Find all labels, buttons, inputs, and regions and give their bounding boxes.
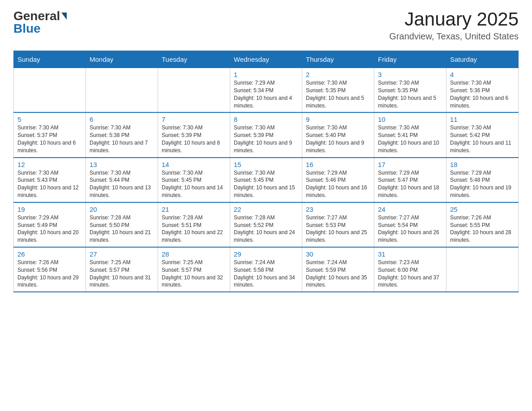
calendar-cell: 16Sunrise: 7:29 AM Sunset: 5:46 PM Dayli… bbox=[302, 158, 374, 202]
calendar-cell: 20Sunrise: 7:28 AM Sunset: 5:50 PM Dayli… bbox=[86, 202, 158, 247]
day-number: 29 bbox=[234, 250, 298, 258]
calendar-cell: 15Sunrise: 7:30 AM Sunset: 5:45 PM Dayli… bbox=[230, 158, 302, 202]
calendar-cell: 19Sunrise: 7:29 AM Sunset: 5:49 PM Dayli… bbox=[14, 202, 86, 247]
calendar-cell: 23Sunrise: 7:27 AM Sunset: 5:53 PM Dayli… bbox=[302, 202, 374, 247]
calendar-cell: 4Sunrise: 7:30 AM Sunset: 5:36 PM Daylig… bbox=[446, 68, 519, 113]
day-number: 30 bbox=[306, 250, 370, 258]
day-number: 22 bbox=[234, 206, 298, 213]
day-number: 26 bbox=[17, 250, 82, 258]
day-number: 13 bbox=[90, 161, 154, 168]
day-info: Sunrise: 7:30 AM Sunset: 5:42 PM Dayligh… bbox=[450, 124, 515, 154]
calendar-cell bbox=[446, 247, 519, 292]
calendar-cell: 10Sunrise: 7:30 AM Sunset: 5:41 PM Dayli… bbox=[374, 112, 446, 157]
day-number: 31 bbox=[378, 250, 442, 258]
day-info: Sunrise: 7:30 AM Sunset: 5:39 PM Dayligh… bbox=[162, 124, 226, 154]
calendar-week-row: 19Sunrise: 7:29 AM Sunset: 5:49 PM Dayli… bbox=[14, 202, 519, 247]
day-info: Sunrise: 7:29 AM Sunset: 5:46 PM Dayligh… bbox=[306, 169, 370, 199]
calendar-cell: 12Sunrise: 7:30 AM Sunset: 5:43 PM Dayli… bbox=[14, 158, 86, 202]
day-info: Sunrise: 7:24 AM Sunset: 5:58 PM Dayligh… bbox=[234, 259, 298, 289]
calendar-header-thursday: Thursday bbox=[302, 51, 374, 68]
day-info: Sunrise: 7:30 AM Sunset: 5:35 PM Dayligh… bbox=[378, 79, 442, 109]
calendar-header-sunday: Sunday bbox=[14, 51, 86, 68]
day-info: Sunrise: 7:26 AM Sunset: 5:55 PM Dayligh… bbox=[450, 214, 515, 244]
day-info: Sunrise: 7:27 AM Sunset: 5:53 PM Dayligh… bbox=[306, 214, 370, 244]
calendar-header-row: SundayMondayTuesdayWednesdayThursdayFrid… bbox=[14, 51, 519, 68]
calendar-cell: 17Sunrise: 7:29 AM Sunset: 5:47 PM Dayli… bbox=[374, 158, 446, 202]
location-text: Grandview, Texas, United States bbox=[389, 31, 519, 42]
calendar-cell: 5Sunrise: 7:30 AM Sunset: 5:37 PM Daylig… bbox=[14, 112, 86, 157]
calendar-cell: 29Sunrise: 7:24 AM Sunset: 5:58 PM Dayli… bbox=[230, 247, 302, 292]
day-number: 11 bbox=[450, 116, 515, 123]
calendar-week-row: 26Sunrise: 7:26 AM Sunset: 5:56 PM Dayli… bbox=[14, 247, 519, 292]
day-number: 15 bbox=[234, 161, 298, 168]
logo: General Blue bbox=[13, 9, 68, 36]
calendar-cell: 28Sunrise: 7:25 AM Sunset: 5:57 PM Dayli… bbox=[158, 247, 230, 292]
calendar-cell: 7Sunrise: 7:30 AM Sunset: 5:39 PM Daylig… bbox=[158, 112, 230, 157]
day-number: 28 bbox=[162, 250, 226, 258]
calendar-cell bbox=[158, 68, 230, 113]
month-title: January 2025 bbox=[389, 9, 519, 30]
day-number: 23 bbox=[306, 206, 370, 213]
calendar-cell: 6Sunrise: 7:30 AM Sunset: 5:38 PM Daylig… bbox=[86, 112, 158, 157]
day-number: 12 bbox=[17, 161, 82, 168]
day-info: Sunrise: 7:30 AM Sunset: 5:45 PM Dayligh… bbox=[234, 169, 298, 199]
day-info: Sunrise: 7:30 AM Sunset: 5:35 PM Dayligh… bbox=[306, 79, 370, 109]
calendar-cell: 3Sunrise: 7:30 AM Sunset: 5:35 PM Daylig… bbox=[374, 68, 446, 113]
day-info: Sunrise: 7:28 AM Sunset: 5:50 PM Dayligh… bbox=[90, 214, 154, 244]
calendar-cell: 9Sunrise: 7:30 AM Sunset: 5:40 PM Daylig… bbox=[302, 112, 374, 157]
calendar-cell: 14Sunrise: 7:30 AM Sunset: 5:45 PM Dayli… bbox=[158, 158, 230, 202]
logo-arrow-icon bbox=[61, 13, 67, 20]
calendar-cell: 13Sunrise: 7:30 AM Sunset: 5:44 PM Dayli… bbox=[86, 158, 158, 202]
day-number: 25 bbox=[450, 206, 515, 213]
calendar-cell: 31Sunrise: 7:23 AM Sunset: 6:00 PM Dayli… bbox=[374, 247, 446, 292]
day-number: 8 bbox=[234, 116, 298, 123]
day-info: Sunrise: 7:30 AM Sunset: 5:36 PM Dayligh… bbox=[450, 79, 515, 109]
day-info: Sunrise: 7:30 AM Sunset: 5:39 PM Dayligh… bbox=[234, 124, 298, 154]
day-info: Sunrise: 7:26 AM Sunset: 5:56 PM Dayligh… bbox=[17, 259, 82, 289]
page-header: General Blue January 2025 Grandview, Tex… bbox=[13, 9, 519, 42]
calendar-cell: 26Sunrise: 7:26 AM Sunset: 5:56 PM Dayli… bbox=[14, 247, 86, 292]
day-info: Sunrise: 7:29 AM Sunset: 5:49 PM Dayligh… bbox=[17, 214, 82, 244]
calendar-cell: 18Sunrise: 7:29 AM Sunset: 5:48 PM Dayli… bbox=[446, 158, 519, 202]
calendar-table: SundayMondayTuesdayWednesdayThursdayFrid… bbox=[13, 51, 519, 292]
day-info: Sunrise: 7:29 AM Sunset: 5:47 PM Dayligh… bbox=[378, 169, 442, 199]
day-number: 24 bbox=[378, 206, 442, 213]
day-info: Sunrise: 7:30 AM Sunset: 5:43 PM Dayligh… bbox=[17, 169, 82, 199]
calendar-header-saturday: Saturday bbox=[446, 51, 519, 68]
day-number: 20 bbox=[90, 206, 154, 213]
calendar-week-row: 12Sunrise: 7:30 AM Sunset: 5:43 PM Dayli… bbox=[14, 158, 519, 202]
calendar-cell bbox=[86, 68, 158, 113]
day-number: 1 bbox=[234, 71, 298, 78]
calendar-cell: 2Sunrise: 7:30 AM Sunset: 5:35 PM Daylig… bbox=[302, 68, 374, 113]
calendar-cell: 24Sunrise: 7:27 AM Sunset: 5:54 PM Dayli… bbox=[374, 202, 446, 247]
calendar-week-row: 5Sunrise: 7:30 AM Sunset: 5:37 PM Daylig… bbox=[14, 112, 519, 157]
day-info: Sunrise: 7:30 AM Sunset: 5:41 PM Dayligh… bbox=[378, 124, 442, 154]
calendar-cell: 8Sunrise: 7:30 AM Sunset: 5:39 PM Daylig… bbox=[230, 112, 302, 157]
day-info: Sunrise: 7:29 AM Sunset: 5:48 PM Dayligh… bbox=[450, 169, 515, 199]
day-number: 16 bbox=[306, 161, 370, 168]
day-number: 6 bbox=[90, 116, 154, 123]
day-number: 2 bbox=[306, 71, 370, 78]
calendar-week-row: 1Sunrise: 7:29 AM Sunset: 5:34 PM Daylig… bbox=[14, 68, 519, 113]
calendar-header-tuesday: Tuesday bbox=[158, 51, 230, 68]
day-info: Sunrise: 7:25 AM Sunset: 5:57 PM Dayligh… bbox=[90, 259, 154, 289]
day-number: 19 bbox=[17, 206, 82, 213]
calendar-cell: 30Sunrise: 7:24 AM Sunset: 5:59 PM Dayli… bbox=[302, 247, 374, 292]
calendar-header-monday: Monday bbox=[86, 51, 158, 68]
calendar-cell bbox=[14, 68, 86, 113]
day-number: 27 bbox=[90, 250, 154, 258]
calendar-cell: 27Sunrise: 7:25 AM Sunset: 5:57 PM Dayli… bbox=[86, 247, 158, 292]
day-number: 9 bbox=[306, 116, 370, 123]
day-info: Sunrise: 7:29 AM Sunset: 5:34 PM Dayligh… bbox=[234, 79, 298, 109]
day-number: 4 bbox=[450, 71, 515, 78]
day-info: Sunrise: 7:25 AM Sunset: 5:57 PM Dayligh… bbox=[162, 259, 226, 289]
day-info: Sunrise: 7:30 AM Sunset: 5:37 PM Dayligh… bbox=[17, 124, 82, 154]
calendar-header-wednesday: Wednesday bbox=[230, 51, 302, 68]
day-info: Sunrise: 7:23 AM Sunset: 6:00 PM Dayligh… bbox=[378, 259, 442, 289]
day-info: Sunrise: 7:30 AM Sunset: 5:38 PM Dayligh… bbox=[90, 124, 154, 154]
day-number: 21 bbox=[162, 206, 226, 213]
calendar-header-friday: Friday bbox=[374, 51, 446, 68]
day-number: 10 bbox=[378, 116, 442, 123]
title-section: January 2025 Grandview, Texas, United St… bbox=[389, 9, 519, 42]
day-info: Sunrise: 7:28 AM Sunset: 5:51 PM Dayligh… bbox=[162, 214, 226, 244]
